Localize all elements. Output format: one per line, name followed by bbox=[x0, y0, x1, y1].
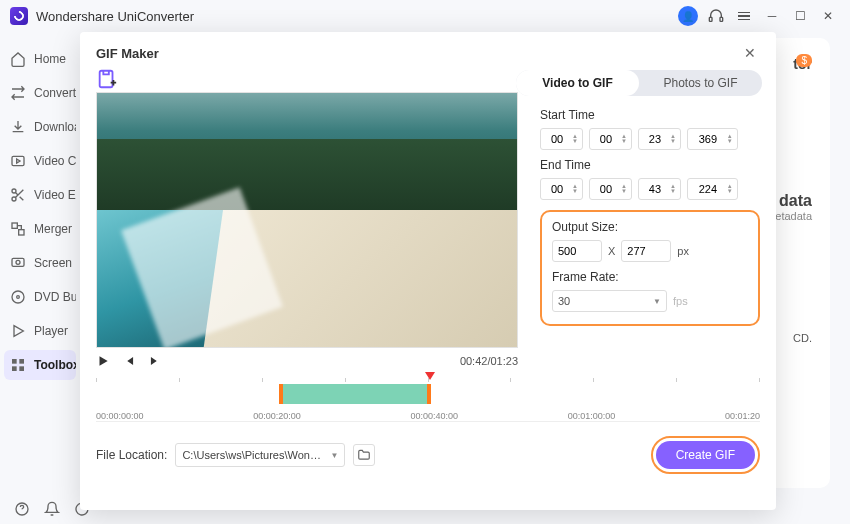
tab-photos-to-gif[interactable]: Photos to GIF bbox=[639, 70, 762, 96]
svg-point-9 bbox=[12, 291, 24, 303]
sidebar-item-compressor[interactable]: Video Compressor bbox=[4, 146, 76, 176]
svg-rect-12 bbox=[12, 359, 17, 364]
sidebar-item-label: Player bbox=[34, 324, 68, 338]
file-location-select[interactable]: C:\Users\ws\Pictures\Wonders▼ bbox=[175, 443, 345, 467]
svg-rect-5 bbox=[12, 223, 17, 228]
help-icon[interactable] bbox=[14, 501, 30, 517]
convert-icon bbox=[10, 85, 26, 101]
titlebar: Wondershare UniConverter 👤 ─ ☐ ✕ bbox=[0, 0, 850, 32]
tab-video-to-gif[interactable]: Video to GIF bbox=[516, 70, 639, 96]
sidebar-item-label: Merger bbox=[34, 222, 72, 236]
sidebar-item-toolbox[interactable]: Toolbox bbox=[4, 350, 76, 380]
timeline-mark: 00:01:20 bbox=[725, 411, 760, 421]
svg-rect-6 bbox=[19, 230, 24, 235]
gif-maker-dialog: GIF Maker ✕ 00:42/01:23 Video to GIF Pho… bbox=[80, 32, 776, 510]
support-button[interactable] bbox=[704, 4, 728, 28]
start-min-input[interactable]: ▲▼ bbox=[589, 128, 632, 150]
svg-rect-7 bbox=[12, 258, 24, 266]
sidebar-item-label: Converter bbox=[34, 86, 76, 100]
prev-frame-button[interactable] bbox=[122, 354, 136, 368]
timeline-selection[interactable] bbox=[279, 384, 432, 404]
end-sec-input[interactable]: ▲▼ bbox=[638, 178, 681, 200]
compress-icon bbox=[10, 153, 26, 169]
sidebar-item-converter[interactable]: Converter bbox=[4, 78, 76, 108]
frame-rate-label: Frame Rate: bbox=[552, 270, 748, 284]
bell-icon[interactable] bbox=[44, 501, 60, 517]
sidebar-item-dvd[interactable]: DVD Burner bbox=[4, 282, 76, 312]
mode-tabs: Video to GIF Photos to GIF bbox=[516, 70, 762, 96]
svg-marker-19 bbox=[425, 372, 435, 380]
timeline-mark: 00:00:40:00 bbox=[410, 411, 458, 421]
create-gif-highlight: Create GIF bbox=[651, 436, 760, 474]
sidebar: Home Converter Downloader Video Compress… bbox=[0, 32, 80, 494]
start-sec-input[interactable]: ▲▼ bbox=[638, 128, 681, 150]
home-icon bbox=[10, 51, 26, 67]
start-ms-input[interactable]: ▲▼ bbox=[687, 128, 738, 150]
svg-point-8 bbox=[16, 260, 20, 264]
account-button[interactable]: 👤 bbox=[676, 4, 700, 28]
ad-badge: $ bbox=[796, 54, 812, 67]
svg-marker-11 bbox=[14, 326, 23, 337]
play-button[interactable] bbox=[96, 354, 110, 368]
sidebar-item-label: Screen Recorder bbox=[34, 256, 76, 270]
playhead-marker[interactable] bbox=[425, 372, 435, 382]
close-window-button[interactable]: ✕ bbox=[816, 4, 840, 28]
sidebar-item-home[interactable]: Home bbox=[4, 44, 76, 74]
file-location-label: File Location: bbox=[96, 448, 167, 462]
start-hour-input[interactable]: ▲▼ bbox=[540, 128, 583, 150]
sidebar-item-downloader[interactable]: Downloader bbox=[4, 112, 76, 142]
sidebar-item-label: Downloader bbox=[34, 120, 76, 134]
grid-icon bbox=[10, 357, 26, 373]
folder-icon bbox=[357, 448, 371, 462]
output-height-input[interactable] bbox=[621, 240, 671, 262]
fps-label: fps bbox=[673, 295, 688, 307]
timeline-mark: 00:00:20:00 bbox=[253, 411, 301, 421]
menu-button[interactable] bbox=[732, 4, 756, 28]
sidebar-item-player[interactable]: Player bbox=[4, 316, 76, 346]
merge-icon bbox=[10, 221, 26, 237]
chevron-down-icon: ▼ bbox=[653, 297, 661, 306]
app-logo bbox=[10, 7, 28, 25]
sidebar-item-editor[interactable]: Video Editor bbox=[4, 180, 76, 210]
svg-rect-17 bbox=[100, 71, 113, 88]
app-title: Wondershare UniConverter bbox=[36, 9, 194, 24]
svg-rect-13 bbox=[19, 359, 24, 364]
end-min-input[interactable]: ▲▼ bbox=[589, 178, 632, 200]
sidebar-item-label: Video Compressor bbox=[34, 154, 76, 168]
add-file-icon[interactable] bbox=[96, 68, 118, 90]
disc-icon bbox=[10, 289, 26, 305]
svg-point-4 bbox=[12, 197, 16, 201]
timeline-mark: 00:00:00:00 bbox=[96, 411, 144, 421]
end-time-label: End Time bbox=[540, 158, 760, 172]
output-size-label: Output Size: bbox=[552, 220, 748, 234]
minimize-button[interactable]: ─ bbox=[760, 4, 784, 28]
download-icon bbox=[10, 119, 26, 135]
sidebar-item-label: DVD Burner bbox=[34, 290, 76, 304]
svg-rect-15 bbox=[19, 366, 24, 371]
maximize-button[interactable]: ☐ bbox=[788, 4, 812, 28]
end-hour-input[interactable]: ▲▼ bbox=[540, 178, 583, 200]
video-preview[interactable] bbox=[96, 92, 518, 348]
output-width-input[interactable] bbox=[552, 240, 602, 262]
close-dialog-button[interactable]: ✕ bbox=[740, 45, 760, 61]
sidebar-item-recorder[interactable]: Screen Recorder bbox=[4, 248, 76, 278]
record-icon bbox=[10, 255, 26, 271]
timeline[interactable]: 00:00:00:00 00:00:20:00 00:00:40:00 00:0… bbox=[96, 378, 760, 422]
svg-rect-2 bbox=[12, 156, 24, 165]
sidebar-item-label: Toolbox bbox=[34, 358, 76, 372]
svg-rect-1 bbox=[720, 17, 723, 21]
next-frame-button[interactable] bbox=[148, 354, 162, 368]
dimension-x: X bbox=[608, 245, 615, 257]
svg-marker-18 bbox=[100, 356, 108, 365]
output-settings-highlight: Output Size: X px Frame Rate: 30▼ fps bbox=[540, 210, 760, 326]
frame-rate-select[interactable]: 30▼ bbox=[552, 290, 667, 312]
hamburger-icon bbox=[738, 12, 750, 21]
sidebar-item-label: Home bbox=[34, 52, 66, 66]
sidebar-item-merger[interactable]: Merger bbox=[4, 214, 76, 244]
scissors-icon bbox=[10, 187, 26, 203]
browse-folder-button[interactable] bbox=[353, 444, 375, 466]
start-time-label: Start Time bbox=[540, 108, 760, 122]
end-ms-input[interactable]: ▲▼ bbox=[687, 178, 738, 200]
dialog-title: GIF Maker bbox=[96, 46, 159, 61]
create-gif-button[interactable]: Create GIF bbox=[656, 441, 755, 469]
